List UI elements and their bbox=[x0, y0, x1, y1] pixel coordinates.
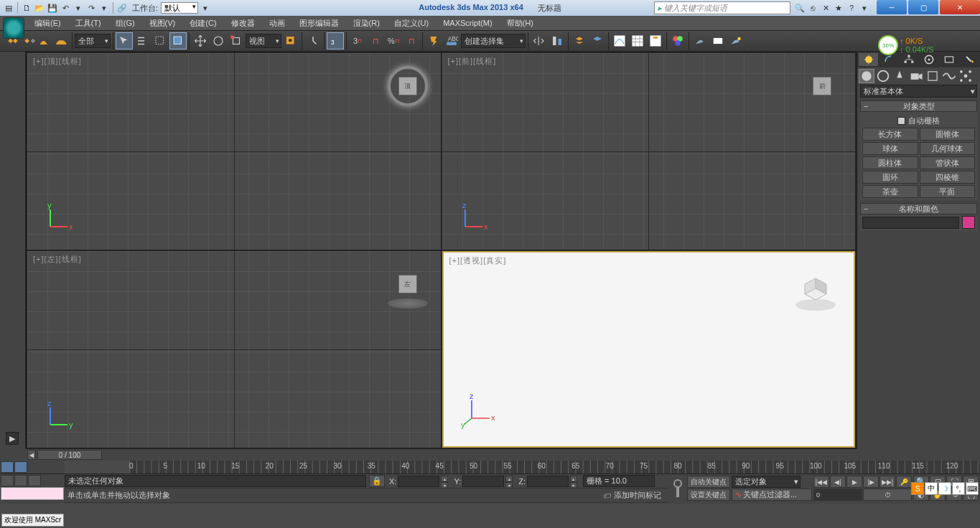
viewport-front[interactable]: [+][前][线框] 前 zx bbox=[442, 53, 856, 250]
select-region-icon[interactable] bbox=[151, 32, 169, 50]
link-icon[interactable]: 🔗 bbox=[116, 2, 128, 14]
goto-end-icon[interactable]: ▶▶| bbox=[879, 476, 895, 488]
prev-frame-icon[interactable]: ◀| bbox=[830, 476, 846, 488]
app-menu-icon[interactable]: ▤ bbox=[3, 2, 14, 14]
menu-group[interactable]: 组(G) bbox=[108, 16, 142, 30]
helpers-subtab-icon[interactable] bbox=[925, 69, 941, 83]
dope-sheet-icon[interactable] bbox=[629, 32, 646, 50]
coord-y[interactable] bbox=[462, 476, 504, 487]
close-button[interactable]: ✕ bbox=[940, 0, 980, 14]
cameras-subtab-icon[interactable] bbox=[908, 69, 924, 83]
pivot-icon[interactable] bbox=[282, 32, 299, 50]
viewcube-front[interactable]: 前 bbox=[802, 66, 842, 106]
time-slider-bar[interactable]: ◀ 0 / 100 bbox=[0, 449, 980, 461]
scale-icon[interactable] bbox=[228, 32, 245, 50]
app-icon[interactable] bbox=[3, 17, 24, 39]
object-color-swatch[interactable] bbox=[962, 216, 975, 229]
viewcube-persp[interactable] bbox=[790, 265, 841, 316]
tube-button[interactable]: 管状体 bbox=[920, 156, 976, 169]
snap-2d-icon[interactable]: 3⊓ bbox=[349, 32, 366, 50]
curve-editor-icon[interactable] bbox=[611, 32, 628, 50]
key-filters-button[interactable]: ∿关键点过滤器... bbox=[732, 489, 812, 501]
mini-listener-1[interactable] bbox=[1, 475, 14, 486]
setkey-button[interactable]: 设置关键点 bbox=[687, 489, 730, 501]
add-time-tag[interactable]: 添加时间标记 bbox=[614, 490, 661, 501]
selection-lock-icon[interactable] bbox=[425, 32, 442, 50]
geometry-subtab-icon[interactable] bbox=[859, 69, 874, 83]
pyramid-button[interactable]: 四棱锥 bbox=[920, 171, 976, 184]
display-tab-icon[interactable] bbox=[939, 53, 958, 66]
dd-icon[interactable]: ▾ bbox=[858, 1, 871, 14]
teapot-button[interactable]: 茶壶 bbox=[862, 185, 918, 198]
utilities-tab-icon[interactable] bbox=[959, 53, 979, 66]
shapes-subtab-icon[interactable] bbox=[875, 69, 891, 83]
render-icon[interactable] bbox=[727, 32, 745, 50]
redo-icon[interactable]: ↷ bbox=[85, 2, 97, 14]
set-key-icon[interactable] bbox=[670, 476, 686, 501]
ref-coord-dropdown[interactable]: 视图 bbox=[246, 34, 281, 48]
open-icon[interactable]: 📂 bbox=[34, 2, 45, 14]
selection-filter[interactable]: 全部 bbox=[75, 34, 111, 48]
timeline-ruler[interactable]: 0 5 10 15 20 25 30 35 40 45 50 55 60 65 … bbox=[129, 461, 980, 473]
more2-icon[interactable]: ▾ bbox=[98, 2, 110, 14]
cylinder-button[interactable]: 圆柱体 bbox=[862, 156, 918, 169]
coord-z[interactable] bbox=[527, 476, 569, 487]
menu-views[interactable]: 视图(V) bbox=[142, 16, 183, 30]
ime-punct[interactable]: °, bbox=[952, 482, 965, 495]
selection-set-dropdown[interactable]: 创建选择集 bbox=[461, 34, 526, 48]
manip-icon[interactable] bbox=[304, 32, 322, 50]
box-button[interactable]: 长方体 bbox=[862, 128, 918, 141]
menu-maxscript[interactable]: MAXScript(M) bbox=[436, 16, 499, 30]
render-frame-icon[interactable] bbox=[709, 32, 727, 50]
minimize-button[interactable]: ─ bbox=[877, 0, 907, 14]
create-tab-icon[interactable] bbox=[859, 53, 878, 66]
slider-handle-left[interactable]: ◀ bbox=[27, 450, 36, 460]
lock-selection-icon[interactable]: 🔒 bbox=[369, 475, 385, 487]
cone-button[interactable]: 圆锥体 bbox=[920, 128, 976, 141]
play-icon[interactable]: ▶ bbox=[846, 476, 862, 488]
percent-snap-icon[interactable]: %⊓ bbox=[385, 32, 402, 50]
mini-listener-3[interactable] bbox=[28, 475, 41, 486]
align-icon[interactable] bbox=[549, 32, 566, 50]
viewport-top[interactable]: [+][顶][线框] 顶 yx bbox=[27, 53, 441, 250]
menu-create[interactable]: 创建(C) bbox=[182, 16, 223, 30]
unlink-icon[interactable] bbox=[22, 34, 37, 48]
undo-icon[interactable]: ↶ bbox=[60, 2, 71, 14]
ime-bar[interactable]: S 中 ☽ °, ⌨ bbox=[911, 482, 979, 495]
help-icon[interactable]: ? bbox=[845, 1, 858, 14]
key-target-dropdown[interactable]: 选定对象 bbox=[732, 476, 801, 488]
mini-listener-2[interactable] bbox=[14, 475, 27, 486]
select-name-icon[interactable] bbox=[134, 32, 151, 50]
schematic-icon[interactable] bbox=[647, 32, 664, 50]
menu-modifiers[interactable]: 修改器 bbox=[224, 16, 262, 30]
current-frame-input[interactable]: 0 bbox=[813, 489, 862, 501]
key-mode-icon[interactable]: 🔑 bbox=[896, 476, 912, 488]
infocenter-icon[interactable]: 🔍 bbox=[793, 1, 806, 14]
viewcube-left[interactable]: 左 bbox=[388, 264, 428, 304]
category-dropdown[interactable]: 标准基本体 bbox=[860, 85, 977, 98]
ime-moon[interactable]: ☽ bbox=[938, 482, 951, 495]
exchange-icon[interactable]: ✕ bbox=[819, 1, 832, 14]
maximize-button[interactable]: ▢ bbox=[908, 0, 938, 14]
maxscript-mini[interactable] bbox=[1, 487, 64, 500]
object-type-rollout[interactable]: 对象类型 bbox=[860, 100, 977, 112]
material-editor-icon[interactable] bbox=[669, 32, 686, 50]
window-crossing-icon[interactable] bbox=[169, 32, 187, 50]
name-color-rollout[interactable]: 名称和颜色 bbox=[860, 203, 977, 214]
mirror-icon[interactable] bbox=[531, 32, 548, 50]
menu-help[interactable]: 帮助(H) bbox=[500, 16, 541, 30]
bind-icon[interactable] bbox=[39, 34, 53, 48]
ime-s[interactable]: S bbox=[911, 482, 924, 495]
viewport-left[interactable]: [+][左][线框] 左 zy bbox=[27, 251, 441, 448]
systems-subtab-icon[interactable] bbox=[958, 69, 974, 83]
rotate-icon[interactable] bbox=[210, 32, 227, 50]
menu-rendering[interactable]: 渲染(R) bbox=[346, 16, 387, 30]
workspace-dropdown[interactable]: 默认 bbox=[161, 2, 198, 14]
coord-x[interactable] bbox=[398, 476, 439, 487]
next-frame-icon[interactable]: |▶ bbox=[863, 476, 879, 488]
viewport-perspective[interactable]: [+][透视][真实] zxy bbox=[442, 251, 856, 448]
search-input[interactable]: 键入关键字或短语 bbox=[654, 1, 790, 14]
tag-icon[interactable]: 🏷 bbox=[603, 491, 611, 500]
comm-icon[interactable]: ⎋ bbox=[806, 1, 819, 14]
menu-grapheditors[interactable]: 图形编辑器 bbox=[292, 16, 346, 30]
